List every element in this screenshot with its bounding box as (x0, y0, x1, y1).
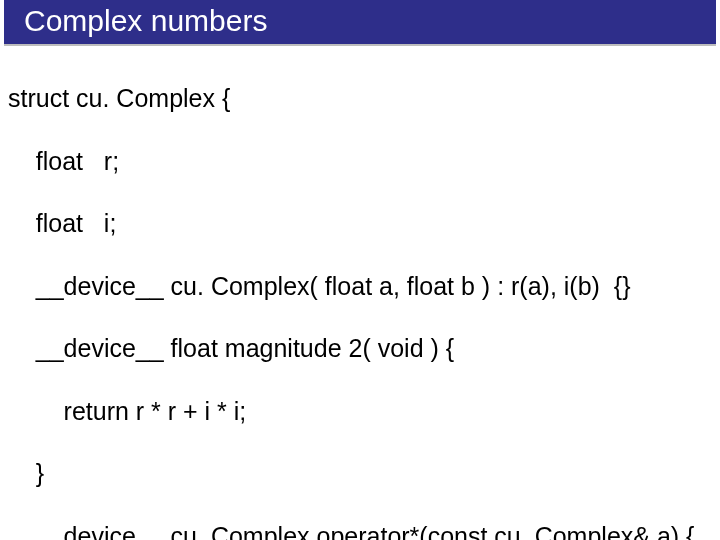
code-line: return r * r + i * i; (8, 396, 712, 427)
code-line: struct cu. Complex { (8, 83, 712, 114)
code-line: float i; (8, 208, 712, 239)
code-line: __device__ cu. Complex( float a, float b… (8, 271, 712, 302)
code-block: struct cu. Complex { float r; float i; _… (0, 46, 720, 540)
slide: Complex numbers struct cu. Complex { flo… (0, 0, 720, 540)
code-line: float r; (8, 146, 712, 177)
code-line: __device__ float magnitude 2( void ) { (8, 333, 712, 364)
code-line: __device__ cu. Complex operator*(const c… (8, 521, 712, 540)
code-line: } (8, 458, 712, 489)
slide-title: Complex numbers (4, 0, 716, 46)
